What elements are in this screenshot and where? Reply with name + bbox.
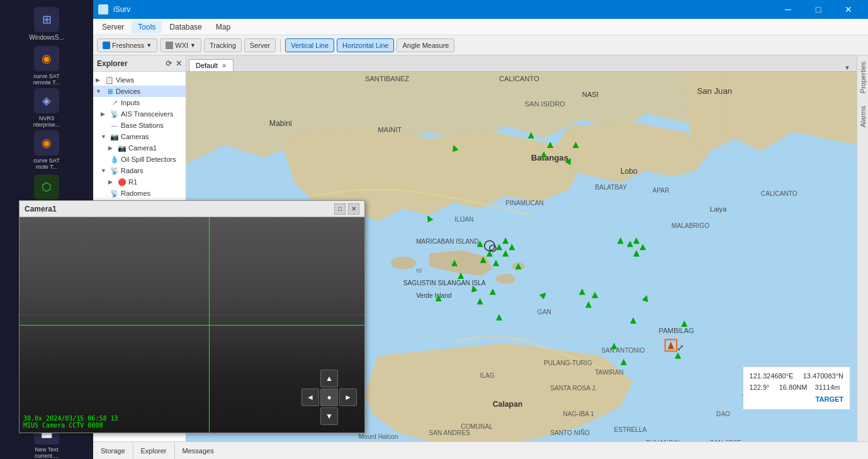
tree-arrow-r1: ▶ [108,179,116,185]
tree-item-camera1[interactable]: ▶ 📷 Camera1 [93,142,186,154]
menu-database[interactable]: Database [163,21,208,33]
freshness-button[interactable]: Freshness ▼ [97,38,157,52]
taskbar-item-curvesat2[interactable]: ◉ curve SATmote T... [21,130,72,170]
camera-window-controls: □ ✕ [334,203,359,215]
svg-text:MALABRIGO: MALABRIGO [672,222,709,229]
camera-restore-button[interactable]: □ [334,203,346,215]
vertical-line-label: Vertical Line [291,42,329,49]
taskbar-item-curvesat1[interactable]: ◉ curve SATremote T... [21,46,72,86]
nav-empty-tr [339,370,357,387]
right-sidebar: Properties Alarms [857,55,868,441]
tree-icon-radars: 📡 [110,166,119,175]
horizontal-line-label: Horizontal Line [342,42,388,49]
tree-label-base: Base Stations [121,122,164,129]
camera-info: 30.0x 2024/03/15 06:58 13 MIUS Camera CC… [23,415,118,429]
tab-bar: Default ✕ ▼ [186,55,857,72]
close-button[interactable]: ✕ [834,0,863,19]
wxi-button[interactable]: WXI ▼ [160,38,201,52]
svg-text:MAINIT: MAINIT [378,126,402,133]
tree-item-ais[interactable]: ▶ 📡 AIS Transceivers [93,108,186,120]
svg-text:CALICANTO: CALICANTO [761,190,798,197]
camera-right-button[interactable]: ► [339,388,357,406]
taskbar-item-nvr3[interactable]: ◈ NVR3nterprise... [21,88,72,128]
tree-label-radomes: Radomes [121,190,150,197]
app-icon [98,4,108,14]
server-label: Server [250,42,270,49]
explorer-close-icon[interactable]: ✕ [176,59,182,68]
svg-text:ro: ro [416,267,422,274]
svg-text:SAN ANTONIO: SAN ANTONIO [601,347,645,354]
svg-point-1 [391,257,417,269]
camera-left-button[interactable]: ◄ [302,388,319,406]
camera-crosshair-v [209,217,210,433]
vertical-line-button[interactable]: Vertical Line [285,38,334,52]
properties-label[interactable]: Properties [859,62,867,93]
tree-icon-base: — [110,121,119,130]
curvesat2-icon: ◉ [34,130,59,156]
tree-item-base[interactable]: — Base Stations [93,120,186,131]
svg-text:DAO: DAO [716,411,730,417]
menu-server[interactable]: Server [96,21,130,33]
menu-tools[interactable]: Tools [132,21,162,33]
svg-text:NASI: NASI [582,91,599,98]
tracking-button[interactable]: Tracking [204,38,242,52]
tree-item-cameras[interactable]: ▼ 📷 Cameras [93,131,186,142]
camera-horizon [20,314,364,315]
svg-text:BUHANGIN: BUHANGIN [646,439,679,441]
target-button[interactable]: TARGET [750,394,843,405]
curvesat1-icon: ◉ [34,46,59,71]
taskbar-label-windows: WindowsS... [29,34,64,41]
tree-item-oilspill[interactable]: 💧 Oil Spill Detectors [93,154,186,165]
tab-default[interactable]: Default ✕ [189,59,234,71]
freshness-icon [103,42,110,49]
tree-label-inputs: Inputs [121,99,140,106]
menu-map[interactable]: Map [210,21,237,33]
tree-item-views[interactable]: ▶ 📋 Views [93,74,186,86]
explorer-tab[interactable]: Explorer [133,442,175,459]
camera-content[interactable]: 30.0x 2024/03/15 06:58 13 MIUS Camera CC… [20,217,364,433]
camera-up-button[interactable]: ▲ [320,370,338,387]
svg-text:MARICABAN ISLAND: MARICABAN ISLAND [416,238,479,245]
tree-label-views: Views [116,76,134,84]
camera-center-button[interactable]: ● [320,388,338,406]
alarms-label[interactable]: Alarms [859,106,867,127]
camera-down-button[interactable]: ▼ [320,407,338,425]
svg-text:SANTIBANEZ: SANTIBANEZ [365,75,409,82]
tree-item-radars[interactable]: ▼ 📡 Radars [93,165,186,176]
tab-dropdown[interactable]: ▼ [840,64,854,71]
explorer-header-icons: ⟳ ✕ [166,59,182,68]
server-button[interactable]: Server [244,38,276,52]
camera-window: Camera1 □ ✕ 30.0x 2024/03/15 06:58 13 MI… [19,200,365,433]
explorer-refresh-icon[interactable]: ⟳ [166,59,172,68]
svg-text:GAN: GAN [538,309,551,315]
camera-close-button[interactable]: ✕ [348,203,359,215]
tree-label-r1: R1 [128,178,137,186]
tracking-label: Tracking [210,42,236,49]
svg-text:Batangas: Batangas [531,153,568,162]
tree-item-radomes[interactable]: 📡 Radomes [93,188,186,199]
nav-empty-bl [302,407,319,425]
horizontal-line-button[interactable]: Horizontal Line [337,38,394,52]
coord-lon-lat: 121.324680°E 13.470083°N [750,371,843,382]
nav-empty-br [339,407,357,425]
tree-arrow-radars: ▼ [101,167,108,174]
angle-measure-button[interactable]: Angle Measure [397,38,454,52]
svg-text:ILIJAN: ILIJAN [454,216,473,223]
coord-lat: 13.470083°N [803,372,843,380]
taskbar-label-newtext: New Textcurrent.... [35,446,59,459]
minimize-button[interactable]: ─ [774,0,803,19]
tree-item-inputs[interactable]: ↗ Inputs [93,97,186,108]
maximize-button[interactable]: □ [804,0,833,19]
taskbar-item-windows[interactable]: ⊞ WindowsS... [21,5,72,43]
tree-label-ais: AIS Transceivers [121,110,173,118]
nav-empty-tl [302,370,319,387]
storage-tab[interactable]: Storage [93,442,133,459]
tree-arrow-ais: ▶ [101,111,108,117]
tree-item-r1[interactable]: ▶ 🔴 R1 [93,176,186,188]
tab-close-default[interactable]: ✕ [222,62,227,69]
svg-text:⤢: ⤢ [677,343,684,353]
title-controls: ─ □ ✕ [774,0,863,19]
tree-label-devices: Devices [116,88,140,95]
tree-item-devices[interactable]: ▼ 🖥 Devices [93,86,186,97]
svg-text:ILAG: ILAG [480,372,495,379]
